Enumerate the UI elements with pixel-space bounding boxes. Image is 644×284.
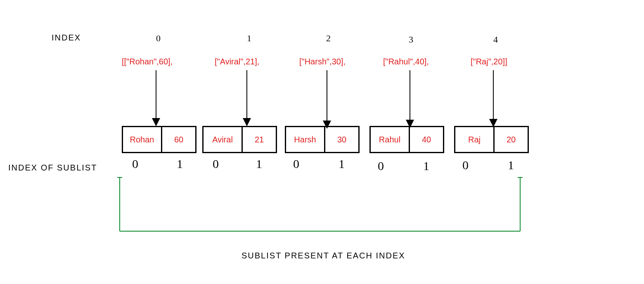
box-cell-value: 40 [410,127,443,152]
sublist-box-2: Harsh 30 [285,126,360,153]
sublist-box-0: Rohan 60 [122,126,197,153]
sub-index-0-1: 1 [177,157,183,171]
box-cell-name: Harsh [286,127,325,152]
label-index-of-sublist: INDEX OF SUBLIST [8,163,97,173]
sub-index-2-0: 0 [293,157,299,171]
sub-index-0-0: 0 [132,157,138,171]
sub-index-4-1: 1 [508,158,514,172]
sublist-box-3: Rahul 40 [369,126,444,153]
box-cell-name: Rahul [371,127,410,152]
box-cell-value: 21 [243,127,276,152]
box-cell-name: Rohan [123,127,162,152]
box-cell-value: 60 [162,127,195,152]
sub-index-2-1: 1 [339,157,345,171]
sub-index-1-0: 0 [213,157,219,171]
box-cell-name: Raj [455,127,495,152]
sub-index-4-0: 0 [462,158,469,172]
sublist-box-1: Aviral 21 [202,126,277,153]
box-cell-name: Aviral [204,127,243,152]
sub-index-1-1: 1 [256,157,262,171]
label-footer: SUBLIST PRESENT AT EACH INDEX [242,251,405,260]
sub-index-3-0: 0 [378,159,384,173]
sublist-box-4: Raj 20 [454,126,529,153]
box-cell-value: 30 [325,127,358,152]
box-cell-value: 20 [495,127,528,152]
sub-index-3-1: 1 [423,159,429,173]
